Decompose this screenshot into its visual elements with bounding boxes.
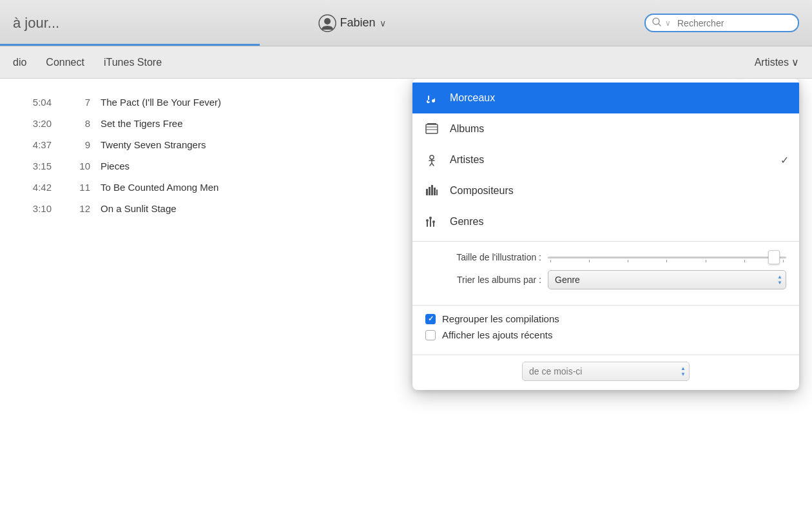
dropdown-settings: Taille de l'illustration : [412,242,799,306]
song-title: Set the Tigers Free [101,118,183,129]
menu-item-artistes[interactable]: Artistes ✓ [412,144,799,175]
svg-point-22 [429,217,432,219]
svg-point-8 [430,155,434,159]
menu-label-genres: Genres [450,216,483,228]
main-content: 5:04 7 The Pact (I'll Be Your Fever) 3:2… [0,79,812,517]
artistes-checkmark: ✓ [780,154,789,166]
search-filter-icon: ∨ [665,19,671,28]
sort-select-wrap: Genre ▲ ▼ [548,270,786,289]
dropdown-menu: Morceaux Albums [412,79,799,242]
song-duration: 5:04 [13,97,52,108]
progress-bar [0,44,260,46]
tick [783,260,784,262]
tick [744,260,745,262]
menu-item-morceaux[interactable]: Morceaux [412,83,799,113]
user-icon [318,14,336,32]
search-box[interactable]: ∨ [644,14,799,32]
albums-icon [423,120,441,138]
compilations-row: Regrouper les compilations [425,313,786,324]
recent-additions-checkbox[interactable] [425,330,436,340]
menu-label-artistes: Artistes [450,154,484,166]
recent-additions-row: Afficher les ajouts récents [425,329,786,340]
song-duration: 3:10 [13,203,52,214]
song-title: Twenty Seven Strangers [101,139,206,150]
song-number: 10 [71,161,90,171]
slider-ticks [548,260,786,262]
menu-label-morceaux: Morceaux [450,92,495,104]
menu-item-genres[interactable]: Genres [412,206,799,237]
song-number: 7 [71,97,90,108]
tick [706,260,706,262]
dropdown-popup: Morceaux Albums [412,79,799,390]
svg-point-23 [432,220,435,223]
song-title: To Be Counted Among Men [101,182,218,193]
tab-dio[interactable]: dio [13,54,26,71]
recent-select[interactable]: de ce mois-ci [522,362,690,381]
recent-additions-label: Afficher les ajouts récents [442,329,552,340]
song-duration: 3:20 [13,118,52,129]
song-number: 8 [71,118,90,129]
song-title: Pieces [101,161,130,171]
artistes-icon [423,151,441,169]
nav-tabs: dio Connect iTunes Store Artistes ∨ [0,46,812,79]
tick [628,260,628,262]
song-title: The Pact (I'll Be Your Fever) [101,97,221,108]
sort-select[interactable]: Genre [548,270,786,289]
tick [666,260,667,262]
svg-point-21 [426,219,429,222]
svg-rect-17 [436,190,438,195]
slider-track [548,257,786,258]
user-menu[interactable]: Fabien ∨ [318,14,386,32]
search-icon [652,17,661,28]
slider-thumb[interactable] [768,250,780,264]
tab-itunes-store[interactable]: iTunes Store [104,54,162,71]
menu-item-compositeurs[interactable]: Compositeurs [412,175,799,206]
artistes-dropdown[interactable]: Artistes ∨ [755,56,799,68]
sort-albums-row: Trier les albums par : Genre ▲ ▼ [425,270,786,289]
svg-rect-14 [429,187,430,195]
header: à jour... Fabien ∨ ∨ [0,0,812,46]
user-name: Fabien [340,16,376,30]
svg-rect-15 [431,185,433,195]
tick [589,260,590,262]
svg-point-1 [324,18,331,24]
nav-tabs-left: dio Connect iTunes Store [13,54,162,71]
sort-label: Trier les albums par : [425,275,541,285]
svg-line-3 [659,24,661,26]
song-duration: 4:37 [13,139,52,150]
user-dropdown-arrow: ∨ [380,18,386,28]
genres-icon [423,213,441,231]
illustration-size-row: Taille de l'illustration : [425,251,786,264]
illustration-label: Taille de l'illustration : [425,252,541,262]
song-number: 12 [71,203,90,214]
music-note-icon [423,89,441,107]
svg-rect-13 [426,189,428,195]
svg-rect-16 [434,188,436,195]
update-status: à jour... [13,15,59,32]
menu-label-albums: Albums [450,123,484,135]
song-title: On a Sunlit Stage [101,203,177,214]
compositeurs-icon [423,182,441,200]
search-input[interactable] [677,18,791,28]
compilations-checkbox[interactable] [425,314,436,324]
illustration-slider[interactable] [548,251,786,264]
song-duration: 3:15 [13,161,52,171]
song-number: 11 [71,182,90,193]
tab-connect[interactable]: Connect [46,54,84,71]
dropdown-recent: de ce mois-ci ▲ ▼ [412,355,799,390]
menu-item-albums[interactable]: Albums [412,113,799,144]
svg-rect-4 [426,124,438,133]
recent-select-wrap: de ce mois-ci ▲ ▼ [522,362,690,381]
dropdown-checkboxes: Regrouper les compilations Afficher les … [412,306,799,355]
compilations-label: Regrouper les compilations [442,313,559,324]
tick [550,260,551,262]
svg-rect-5 [427,123,436,124]
menu-label-compositeurs: Compositeurs [450,185,514,197]
song-duration: 4:42 [13,182,52,193]
song-number: 9 [71,139,90,150]
artistes-arrow: ∨ [791,56,799,68]
artistes-label: Artistes [755,57,789,68]
svg-line-12 [432,163,434,166]
